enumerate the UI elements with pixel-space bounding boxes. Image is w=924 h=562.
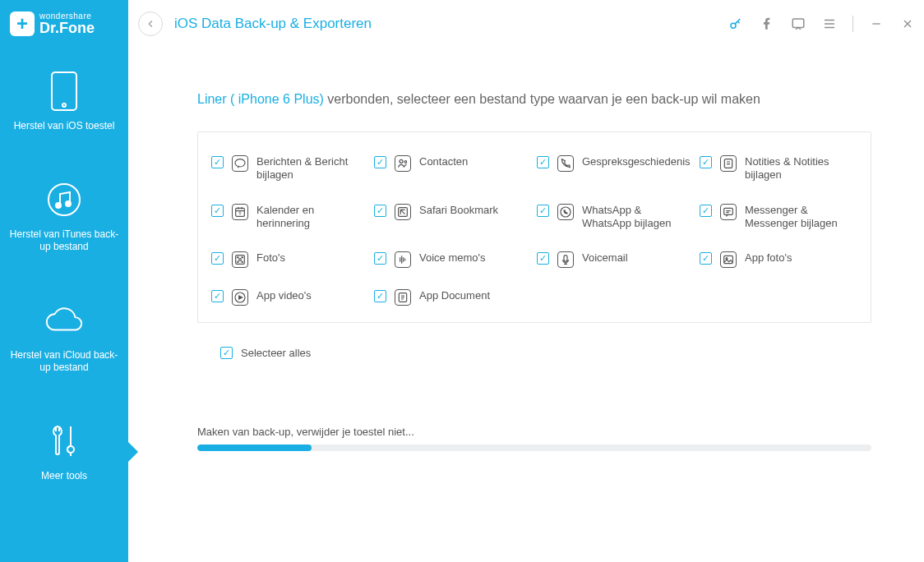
contacts-icon xyxy=(395,155,411,172)
sidebar-item-label: Herstel van iTunes back-up bestand xyxy=(8,228,120,254)
select-all-label: Selecteer alles xyxy=(241,347,311,359)
svg-point-5 xyxy=(56,203,61,208)
safari-icon xyxy=(395,204,411,220)
progress-fill xyxy=(197,445,312,451)
sidebar-item-icloud[interactable]: Herstel van iCloud back-up bestand xyxy=(0,300,128,375)
voicemail-icon xyxy=(557,251,574,268)
notes-icon xyxy=(720,155,737,172)
svg-point-7 xyxy=(67,446,74,453)
option-label: Berichten & Bericht bijlagen xyxy=(256,155,355,182)
svg-point-10 xyxy=(404,161,407,164)
option-checkbox[interactable]: ✓ xyxy=(537,252,549,265)
facebook-icon[interactable] xyxy=(759,17,775,30)
option-item[interactable]: ✓Contacten xyxy=(374,155,529,182)
feedback-icon[interactable] xyxy=(790,16,806,31)
svg-point-18 xyxy=(239,259,242,261)
option-item[interactable]: ✓Safari Bookmark xyxy=(374,204,529,231)
option-item[interactable]: ✓6Kalender en herinnering xyxy=(211,204,366,231)
option-label: Foto's xyxy=(256,251,285,265)
option-label: Gespreksgeschiedenis xyxy=(582,155,681,168)
option-checkbox[interactable]: ✓ xyxy=(537,156,549,168)
svg-rect-2 xyxy=(52,72,76,110)
option-label: Messenger & Messenger bijlagen xyxy=(745,204,843,231)
option-checkbox[interactable]: ✓ xyxy=(537,205,549,217)
option-item[interactable]: ✓Voicemail xyxy=(537,251,691,268)
appvideos-icon xyxy=(232,289,248,306)
logo: + wondershare Dr.Fone xyxy=(0,0,128,48)
svg-rect-23 xyxy=(564,256,567,261)
close-button[interactable] xyxy=(899,17,916,30)
option-checkbox[interactable]: ✓ xyxy=(211,290,224,302)
sidebar-item-label: Herstel van iOS toestel xyxy=(14,120,115,133)
svg-point-9 xyxy=(400,159,403,163)
logo-plus-icon: + xyxy=(10,12,35,36)
svg-rect-16 xyxy=(724,208,733,214)
option-item[interactable]: ✓Messenger & Messenger bijlagen xyxy=(700,204,854,231)
select-all[interactable]: ✓ Selecteer alles xyxy=(220,346,871,359)
sidebar-item-ios-recover[interactable]: Herstel van iOS toestel xyxy=(6,71,123,133)
svg-text:6: 6 xyxy=(239,210,242,215)
option-item[interactable]: ✓Gespreksgeschiedenis xyxy=(537,155,691,182)
option-label: App Document xyxy=(419,289,490,302)
tools-icon xyxy=(44,421,85,462)
svg-point-4 xyxy=(49,184,80,215)
whatsapp-icon xyxy=(557,204,574,220)
brand-bottom: Dr.Fone xyxy=(39,21,95,35)
option-item[interactable]: ✓App video's xyxy=(211,289,366,306)
option-label: WhatsApp & WhatsApp bijlagen xyxy=(582,204,681,231)
option-label: Voice memo's xyxy=(419,251,486,265)
progress-text: Maken van back-up, verwijder je toestel … xyxy=(197,426,871,438)
option-item[interactable]: ✓Voice memo's xyxy=(374,251,529,268)
svg-point-21 xyxy=(238,261,238,262)
voice-icon xyxy=(395,251,411,268)
option-checkbox[interactable]: ✓ xyxy=(374,290,386,302)
option-checkbox[interactable]: ✓ xyxy=(374,156,386,168)
option-label: Contacten xyxy=(419,155,468,168)
messenger-icon xyxy=(720,204,737,220)
progress-bar xyxy=(197,445,871,451)
sidebar-item-label: Herstel van iCloud back-up bestand xyxy=(8,349,120,375)
svg-point-8 xyxy=(235,159,245,167)
calendar-icon: 6 xyxy=(232,204,248,220)
option-item[interactable]: ✓Notities & Notities bijlagen xyxy=(700,155,854,182)
svg-rect-17 xyxy=(236,256,245,265)
option-checkbox[interactable]: ✓ xyxy=(700,252,712,265)
menu-icon[interactable] xyxy=(821,16,838,31)
appdoc-icon xyxy=(395,289,411,306)
itunes-icon xyxy=(44,179,85,220)
option-checkbox[interactable]: ✓ xyxy=(700,205,712,217)
option-checkbox[interactable]: ✓ xyxy=(374,205,386,217)
option-label: Voicemail xyxy=(582,251,628,265)
options-panel: ✓Berichten & Bericht bijlagen✓Contacten✓… xyxy=(197,131,871,323)
cloud-icon xyxy=(44,300,85,341)
option-checkbox[interactable]: ✓ xyxy=(700,156,712,168)
option-item[interactable]: ✓WhatsApp & WhatsApp bijlagen xyxy=(537,204,691,231)
select-all-checkbox[interactable]: ✓ xyxy=(220,347,233,359)
option-item[interactable]: ✓App foto's xyxy=(700,251,854,268)
option-label: Safari Bookmark xyxy=(419,204,498,217)
option-checkbox[interactable]: ✓ xyxy=(211,156,224,168)
minimize-button[interactable] xyxy=(868,17,885,30)
sidebar-item-itunes[interactable]: Herstel van iTunes back-up bestand xyxy=(0,179,128,254)
device-name: Liner ( iPhone 6 Plus) xyxy=(197,92,324,106)
sidebar-item-label: Meer tools xyxy=(41,470,87,483)
option-item[interactable]: ✓Berichten & Bericht bijlagen xyxy=(211,155,366,182)
svg-point-22 xyxy=(242,261,243,262)
chat-icon xyxy=(232,155,248,172)
back-button[interactable] xyxy=(138,12,163,36)
option-checkbox[interactable]: ✓ xyxy=(374,252,386,265)
option-label: App video's xyxy=(256,289,312,302)
option-checkbox[interactable]: ✓ xyxy=(211,252,224,265)
svg-point-20 xyxy=(242,257,243,258)
progress-block: Maken van back-up, verwijder je toestel … xyxy=(197,426,871,451)
description-suffix: verbonden, selecteer een bestand type wa… xyxy=(324,92,760,106)
key-icon[interactable] xyxy=(728,16,744,31)
titlebar: + wondershare Dr.Fone iOS Data Back-up &… xyxy=(0,0,924,48)
option-item[interactable]: ✓App Document xyxy=(374,289,529,306)
option-item[interactable]: ✓Foto's xyxy=(211,251,366,268)
svg-rect-1 xyxy=(792,19,804,28)
sidebar-item-more-tools[interactable]: Meer tools xyxy=(33,421,95,483)
option-checkbox[interactable]: ✓ xyxy=(211,205,224,217)
svg-rect-24 xyxy=(724,256,733,263)
option-label: Notities & Notities bijlagen xyxy=(745,155,843,182)
